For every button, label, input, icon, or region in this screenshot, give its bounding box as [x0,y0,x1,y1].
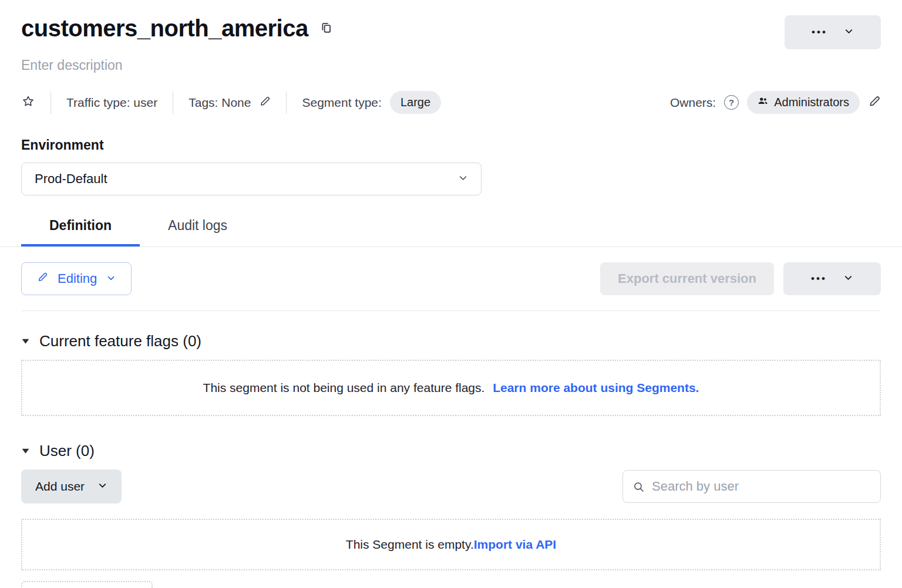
edit-tags-button[interactable] [259,96,271,109]
toolbar-more-actions-button[interactable]: ••• [783,262,881,295]
tab-bar: Definition Audit logs [0,218,902,247]
collapse-triangle-icon [21,337,30,346]
user-controls-row: Add user [21,469,881,503]
user-section-header[interactable]: User (0) [21,442,881,460]
chevron-down-icon [843,273,853,285]
segment-type-label: Segment type: [302,96,381,110]
copy-name-button[interactable] [320,21,333,36]
feature-flags-empty-text: This segment is not being used in any fe… [203,381,485,394]
traffic-type-label: Traffic type: user [66,96,157,110]
tab-definition[interactable]: Definition [21,218,140,246]
divider [51,92,51,114]
divider [21,310,881,311]
partial-dotted-box [21,581,153,588]
environment-label: Environment [21,137,881,153]
add-user-button[interactable]: Add user [21,469,122,503]
pencil-icon [259,96,271,109]
star-icon [21,94,35,110]
user-empty-state: This Segment is empty.Import via API [21,519,881,570]
chevron-down-icon [106,271,116,286]
feature-flags-section-header[interactable]: Current feature flags (0) [21,332,881,350]
header: customers_north_america ••• [21,15,881,49]
user-section-title: User (0) [39,442,95,460]
feature-flags-section: Current feature flags (0) This segment i… [21,332,881,416]
people-icon [758,96,768,109]
add-user-label: Add user [35,479,85,494]
tab-audit-logs[interactable]: Audit logs [140,218,255,246]
segment-detail-page: customers_north_america ••• Enter descri… [0,0,902,588]
favorite-star-button[interactable] [21,94,35,110]
learn-more-link[interactable]: Learn more about using Segments. [493,381,699,394]
divider [173,92,173,114]
tags-label: Tags: None [189,96,251,110]
meta-row: Traffic type: user Tags: None Segment ty… [21,91,881,114]
editing-mode-button[interactable]: Editing [21,262,132,295]
chevron-down-icon [844,26,854,38]
ellipsis-icon: ••• [811,273,827,285]
definition-toolbar: Editing Export current version ••• [21,262,881,295]
owners-label: Owners: [670,96,716,110]
feature-flags-section-title: Current feature flags (0) [39,332,201,350]
environment-selected-value: Prod-Default [35,171,107,187]
segment-type-badge: Large [390,91,441,114]
owners-value: Administrators [774,96,849,109]
export-current-version-button[interactable]: Export current version [600,262,774,295]
chevron-down-icon [458,171,468,187]
feature-flags-empty-state: This segment is not being used in any fe… [21,360,881,416]
pencil-icon [37,271,48,286]
copy-icon [320,21,333,36]
description-placeholder[interactable]: Enter description [21,58,881,73]
owners-chip[interactable]: Administrators [747,91,860,114]
search-by-user-input[interactable] [652,479,871,494]
chevron-down-icon [97,479,107,494]
editing-label: Editing [58,271,97,286]
user-search [622,470,881,503]
header-more-actions-button[interactable]: ••• [785,15,881,49]
edit-owners-button[interactable] [868,95,881,110]
help-icon[interactable]: ? [724,95,739,110]
user-section: User (0) Add user This Segment is empty.… [21,442,881,588]
page-title: customers_north_america [21,15,308,42]
divider [286,92,287,114]
import-via-api-link[interactable]: Import via API [474,538,556,551]
environment-select[interactable]: Prod-Default [21,163,482,195]
ellipsis-icon: ••• [812,26,827,38]
search-icon [632,481,645,493]
pencil-icon [868,95,881,110]
collapse-triangle-icon [21,447,30,455]
user-empty-text: This Segment is empty. [346,538,474,551]
